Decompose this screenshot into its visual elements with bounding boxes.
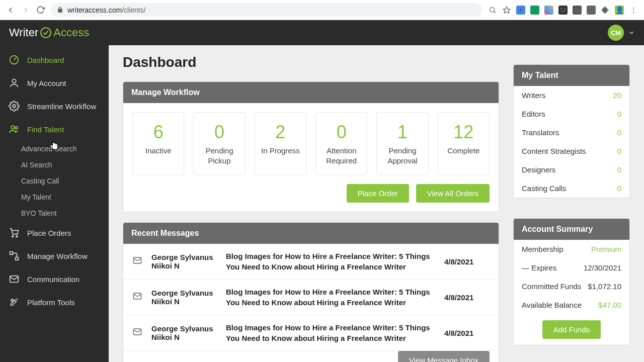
message-row[interactable]: George Sylvanus Niikoi NBlog Images for …	[123, 244, 499, 280]
talent-value: 20	[613, 91, 621, 100]
sidebar-sub-ai-search[interactable]: AI Search	[0, 157, 109, 173]
profile-menu[interactable]: CM	[608, 25, 635, 41]
talent-row[interactable]: Writers20	[514, 86, 629, 105]
svg-point-9	[12, 236, 14, 237]
svg-marker-2	[503, 7, 510, 13]
stat-value: 0	[197, 122, 242, 143]
talent-row[interactable]: Content Strategists0	[514, 142, 629, 160]
svg-point-5	[12, 79, 16, 83]
svg-line-1	[494, 11, 496, 13]
stat-value: 0	[319, 122, 364, 143]
stat-label: Pending Pickup	[197, 146, 242, 165]
account-row: — Expires12/30/2021	[514, 258, 629, 277]
stat-box[interactable]: 12Complete	[438, 112, 490, 175]
sidebar-sub-advanced-search[interactable]: Advanced Search	[0, 141, 109, 157]
message-row[interactable]: George Sylvanus Niikoi NBlog Images for …	[123, 315, 499, 351]
talent-value: 0	[617, 147, 621, 155]
message-from: George Sylvanus Niikoi N	[151, 324, 217, 341]
sidebar-sub-byo-talent[interactable]: BYO Talent	[0, 205, 109, 221]
stat-box[interactable]: 0Pending Pickup	[193, 112, 245, 175]
talent-row[interactable]: Casting Calls0	[514, 179, 629, 198]
sidebar-item-place-orders[interactable]: Place Orders	[0, 221, 109, 244]
menu-icon[interactable]: ⋮	[629, 6, 638, 15]
stat-label: Attention Required	[319, 146, 364, 165]
svg-point-7	[11, 126, 14, 129]
url-text: writeraccess.com/clients/	[67, 6, 146, 14]
extension-icon[interactable]: ▦	[573, 6, 582, 15]
message-subject: Blog Images for How to Hire a Freelance …	[226, 287, 435, 308]
extension-icon[interactable]	[544, 6, 553, 15]
sidebar-sub-casting-call[interactable]: Casting Call	[0, 173, 109, 189]
logo[interactable]: Writer Access	[9, 26, 89, 39]
main-content: Dashboard Manage Workflow 6Inactive0Pend…	[109, 20, 644, 362]
tools-icon	[8, 297, 20, 308]
extension-icon[interactable]: ◉	[587, 6, 596, 15]
stat-value: 6	[136, 122, 181, 143]
view-message-inbox-button[interactable]: View Message Inbox	[398, 351, 490, 362]
view-all-orders-button[interactable]: View All Orders	[416, 184, 490, 203]
profile-chip[interactable]: 👤	[615, 6, 624, 15]
stat-box[interactable]: 2In Progress	[255, 112, 306, 175]
place-order-button[interactable]: Place Order	[347, 184, 409, 203]
sidebar-item-account[interactable]: My Account	[0, 71, 109, 95]
chevron-down-icon	[628, 29, 635, 36]
gear-icon	[8, 101, 20, 112]
sidebar-item-streamline[interactable]: Streamline Workflow	[0, 95, 109, 118]
user-icon	[8, 77, 20, 88]
talent-row[interactable]: Designers0	[514, 160, 629, 179]
talent-row[interactable]: Editors0	[514, 105, 629, 123]
svg-point-6	[13, 105, 16, 108]
account-row: MembershipPremium	[514, 240, 629, 258]
talent-value: 0	[617, 184, 621, 193]
message-date: 4/8/2021	[444, 293, 490, 302]
sidebar-item-dashboard[interactable]: Dashboard	[0, 48, 109, 71]
stat-box[interactable]: 0Attention Required	[315, 112, 367, 175]
sidebar-item-label: Find Talent	[27, 125, 64, 134]
panel-header: My Talent	[514, 65, 629, 86]
sidebar-item-platform-tools[interactable]: Platform Tools	[0, 291, 109, 314]
sidebar-item-label: Platform Tools	[27, 298, 75, 307]
extension-icon[interactable]: M	[558, 6, 568, 15]
add-funds-button[interactable]: Add Funds	[542, 320, 601, 339]
talent-panel: My Talent Writers20Editors0Translators0C…	[513, 64, 630, 198]
stat-box[interactable]: 1Pending Approval	[376, 112, 428, 175]
panel-header: Recent Messages	[123, 223, 499, 244]
zoom-icon[interactable]	[488, 6, 497, 15]
talent-label: Editors	[522, 110, 545, 118]
svg-point-3	[41, 28, 51, 38]
reload-button[interactable]	[36, 6, 45, 14]
account-row: Committed Funds$1,072.10	[514, 277, 629, 296]
back-button[interactable]	[6, 6, 15, 15]
sidebar-item-label: My Account	[27, 79, 66, 87]
extensions-icon[interactable]	[601, 6, 610, 15]
workflow-panel: Manage Workflow 6Inactive0Pending Pickup…	[123, 81, 499, 212]
extension-icon[interactable]: ✦	[516, 6, 525, 15]
talent-value: 0	[617, 128, 621, 137]
sidebar-sub-my-talent[interactable]: My Talent	[0, 189, 109, 205]
browser-chrome: writeraccess.com/clients/ ✦ ✓ M ▦ ◉ 👤 ⋮	[0, 0, 644, 20]
url-bar[interactable]: writeraccess.com/clients/	[51, 3, 482, 17]
message-from: George Sylvanus Niikoi N	[151, 289, 217, 306]
star-icon[interactable]	[502, 6, 511, 15]
message-row[interactable]: George Sylvanus Niikoi NBlog Images for …	[123, 280, 499, 315]
talent-row[interactable]: Translators0	[514, 123, 629, 142]
stat-box[interactable]: 6Inactive	[132, 112, 184, 175]
sidebar-item-communication[interactable]: Communication	[0, 267, 109, 291]
extension-icon[interactable]: ✓	[530, 6, 539, 15]
message-date: 4/8/2021	[444, 329, 490, 337]
message-from: George Sylvanus Niikoi N	[151, 253, 217, 270]
forward-button[interactable]	[21, 6, 30, 15]
talent-value: 0	[617, 165, 621, 174]
mail-icon	[132, 291, 142, 303]
sidebar-item-find-talent[interactable]: Find Talent	[0, 118, 109, 141]
svg-rect-11	[10, 252, 13, 255]
talent-label: Writers	[522, 91, 545, 100]
mail-icon	[132, 327, 142, 339]
flow-icon	[8, 250, 20, 261]
svg-point-0	[490, 7, 495, 12]
stat-value: 1	[380, 122, 425, 143]
svg-point-10	[16, 236, 18, 237]
cart-icon	[8, 227, 20, 238]
sidebar-item-manage-workflow[interactable]: Manage Workflow	[0, 244, 109, 267]
stat-label: Pending Approval	[380, 146, 425, 165]
